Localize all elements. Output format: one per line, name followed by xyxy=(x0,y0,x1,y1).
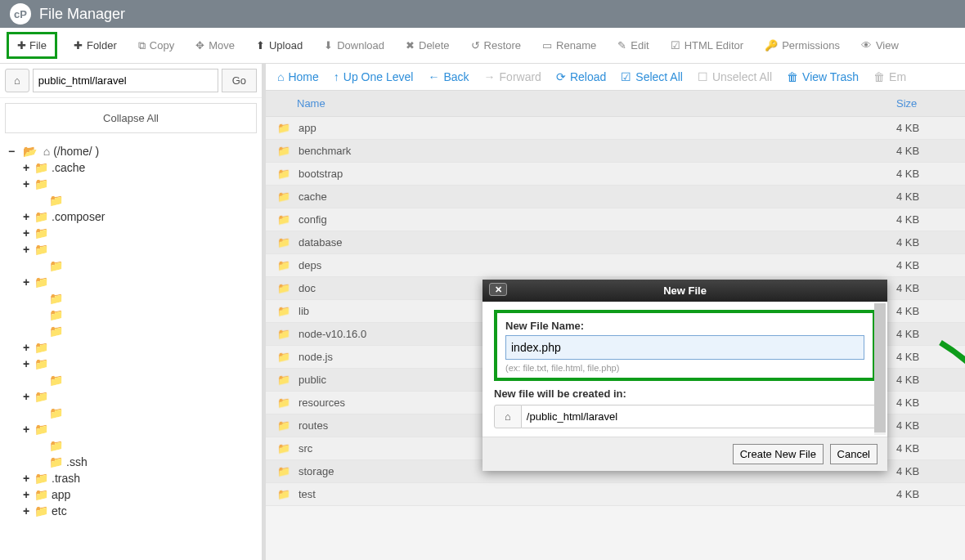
new-folder-button[interactable]: ✚Folder xyxy=(69,36,122,55)
tree-node[interactable]: +📁app xyxy=(7,486,255,503)
file-name: cache xyxy=(298,190,896,203)
tree-node[interactable]: +📁.cache xyxy=(7,159,255,176)
go-button[interactable]: Go xyxy=(222,69,257,92)
path-input[interactable] xyxy=(33,69,218,92)
edit-button[interactable]: ✎Edit xyxy=(613,36,653,55)
permissions-button[interactable]: 🔑Permissions xyxy=(760,36,845,55)
tree-node[interactable]: +📁 xyxy=(7,339,255,356)
file-size: 4 KB xyxy=(896,396,954,409)
tree-node[interactable]: 📁 xyxy=(7,192,255,208)
tree-node[interactable]: 📁 xyxy=(7,307,255,323)
file-row[interactable]: 📁test4 KB xyxy=(266,483,965,506)
expand-icon[interactable]: + xyxy=(21,161,31,174)
copy-button[interactable]: ⧉Copy xyxy=(133,36,179,56)
tree-node[interactable]: +📁 xyxy=(7,176,255,192)
tree-node[interactable]: 📁 xyxy=(7,290,255,307)
tree-node[interactable]: +📁 xyxy=(7,241,255,258)
file-row[interactable]: 📁benchmark4 KB xyxy=(266,140,965,163)
tree-node[interactable]: +📁 xyxy=(7,274,255,290)
file-size: 4 KB xyxy=(896,442,954,455)
file-row[interactable]: 📁database4 KB xyxy=(266,231,965,254)
tree-node[interactable]: 📁.ssh xyxy=(7,454,255,470)
expand-icon[interactable]: + xyxy=(21,488,31,501)
empty-trash-button[interactable]: 🗑Em xyxy=(873,70,906,83)
up-one-level-button[interactable]: ↑Up One Level xyxy=(334,70,414,83)
delete-button[interactable]: ✖Delete xyxy=(401,36,455,55)
view-trash-button[interactable]: 🗑View Trash xyxy=(787,70,859,83)
expand-icon[interactable]: + xyxy=(21,226,31,240)
forward-button[interactable]: →Forward xyxy=(484,70,541,83)
expand-icon[interactable]: + xyxy=(21,423,31,436)
file-row[interactable]: 📁deps4 KB xyxy=(266,254,965,277)
tree-node[interactable]: 📁 xyxy=(7,405,255,421)
new-file-button[interactable]: ✚File xyxy=(7,32,57,59)
column-name[interactable]: Name xyxy=(297,97,896,110)
tree-node[interactable]: +📁 xyxy=(7,388,255,405)
filename-input[interactable] xyxy=(505,335,864,360)
expand-icon[interactable]: + xyxy=(21,243,31,256)
rename-button[interactable]: ▭Rename xyxy=(537,36,601,55)
tree-root[interactable]: − 📂 ⌂ (/home/ ) xyxy=(7,143,255,159)
tree-node[interactable]: 📁 xyxy=(7,372,255,388)
expand-icon[interactable]: + xyxy=(21,504,31,517)
folder-icon: 📁 xyxy=(49,455,63,468)
file-size: 4 KB xyxy=(896,190,954,203)
collapse-icon[interactable]: − xyxy=(7,145,16,158)
file-row[interactable]: 📁bootstrap4 KB xyxy=(266,163,965,186)
tree-node[interactable]: +📁etc xyxy=(7,503,255,519)
close-icon[interactable]: ✕ xyxy=(489,283,507,296)
file-row[interactable]: 📁app4 KB xyxy=(266,117,965,140)
back-button[interactable]: ←Back xyxy=(428,70,469,83)
check-icon: ☑ xyxy=(621,70,631,83)
restore-button[interactable]: ↺Restore xyxy=(466,36,527,55)
modal-titlebar[interactable]: ✕ New File xyxy=(482,280,887,302)
app-header: cP File Manager xyxy=(0,0,965,28)
reload-button[interactable]: ⟳Reload xyxy=(556,70,606,83)
tree-node[interactable]: +📁 xyxy=(7,356,255,372)
home-button[interactable]: ⌂Home xyxy=(277,70,319,83)
download-button[interactable]: ⬇Download xyxy=(319,36,389,55)
upload-button[interactable]: ⬆Upload xyxy=(251,36,307,55)
scrollbar-thumb[interactable] xyxy=(874,303,886,432)
cancel-button[interactable]: Cancel xyxy=(830,444,877,464)
unselect-all-button[interactable]: ☐Unselect All xyxy=(698,70,772,83)
folder-tree[interactable]: − 📂 ⌂ (/home/ ) +📁.cache+📁 📁 +📁.composer… xyxy=(0,138,262,560)
tree-node[interactable]: 📁 xyxy=(7,437,255,454)
folder-open-icon: 📂 xyxy=(23,145,37,158)
expand-icon[interactable]: + xyxy=(21,341,31,354)
folder-icon: 📁 xyxy=(277,190,294,203)
tree-label: .composer xyxy=(52,210,105,223)
file-size: 4 KB xyxy=(896,259,954,271)
create-new-file-button[interactable]: Create New File xyxy=(733,444,824,464)
view-button[interactable]: 👁View xyxy=(856,36,904,55)
expand-icon[interactable]: + xyxy=(21,357,31,370)
file-size: 4 KB xyxy=(896,122,954,134)
folder-icon: 📁 xyxy=(34,243,48,256)
expand-icon[interactable]: + xyxy=(21,177,31,190)
tree-node[interactable]: +📁 xyxy=(7,421,255,437)
folder-icon: 📁 xyxy=(49,259,63,272)
home-path-button[interactable]: ⌂ xyxy=(494,405,522,428)
tree-node[interactable]: +📁 xyxy=(7,225,255,241)
move-button[interactable]: ✥Move xyxy=(191,36,240,55)
tree-node[interactable]: 📁 xyxy=(7,258,255,274)
tree-label: .trash xyxy=(52,472,80,485)
expand-icon[interactable]: + xyxy=(21,472,31,485)
expand-icon[interactable]: + xyxy=(21,210,31,223)
created-in-label: New file will be created in: xyxy=(494,388,876,400)
column-size[interactable]: Size xyxy=(896,97,954,110)
html-editor-button[interactable]: ☑HTML Editor xyxy=(666,36,748,55)
app-title: File Manager xyxy=(39,6,125,23)
collapse-all-button[interactable]: Collapse All xyxy=(5,103,257,133)
file-row[interactable]: 📁config4 KB xyxy=(266,208,965,231)
tree-node[interactable]: +📁.trash xyxy=(7,470,255,486)
select-all-button[interactable]: ☑Select All xyxy=(621,70,683,83)
created-path-input[interactable] xyxy=(522,405,876,428)
expand-icon[interactable]: + xyxy=(21,276,31,289)
file-row[interactable]: 📁cache4 KB xyxy=(266,186,965,208)
home-path-button[interactable]: ⌂ xyxy=(5,69,29,92)
tree-node[interactable]: 📁 xyxy=(7,323,255,339)
expand-icon[interactable]: + xyxy=(21,390,31,403)
tree-node[interactable]: +📁.composer xyxy=(7,208,255,225)
home-icon: ⌂ xyxy=(14,74,20,87)
